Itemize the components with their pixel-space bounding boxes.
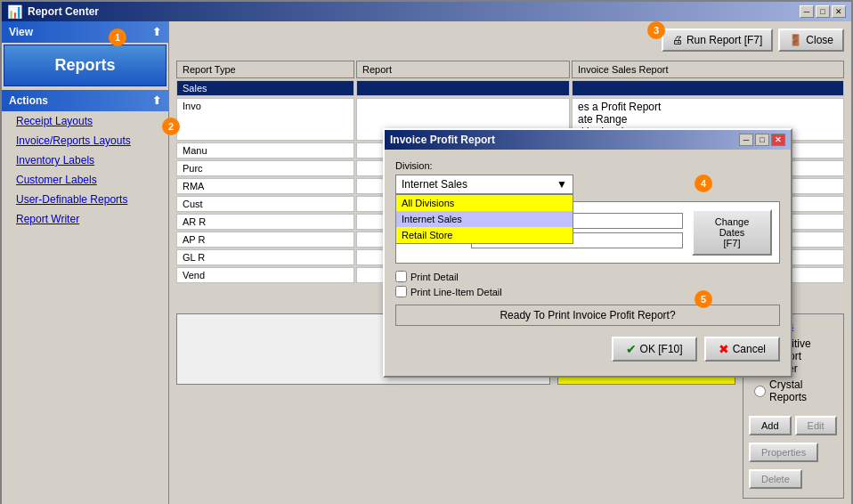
header-description: Invoice Sales Report — [572, 61, 844, 78]
sidebar-user-definable-reports[interactable]: User-Definable Reports — [2, 190, 168, 209]
status-text: Ready To Print Invoice Profit Report? — [500, 309, 675, 321]
crystal-reports-label: Crystal Reports — [769, 378, 833, 403]
header-report-type: Report Type — [176, 61, 354, 78]
close-button[interactable]: 🚪 Close — [778, 28, 844, 52]
sidebar-inventory-labels[interactable]: Inventory Labels — [2, 150, 168, 170]
dropdown-option-all-divisions[interactable]: All Divisions — [396, 195, 573, 211]
modal-close-button[interactable]: ✕ — [771, 134, 785, 146]
cancel-label: Cancel — [733, 343, 766, 355]
close-icon: 🚪 — [789, 34, 802, 46]
print-line-item-checkbox[interactable] — [395, 286, 407, 297]
ok-button[interactable]: ✔ OK [F10] — [612, 337, 697, 362]
app-icon: 📊 — [7, 4, 22, 19]
modal-minimize-button[interactable]: ─ — [739, 134, 753, 146]
sidebar-report-writer[interactable]: Report Writer — [2, 209, 168, 229]
actions-section-header: Actions ⬆ — [2, 90, 168, 111]
actions-section-label: Actions — [9, 94, 48, 107]
cell-type: AR R — [176, 214, 354, 230]
dropdown-option-internet-sales[interactable]: Internet Sales — [396, 211, 573, 227]
modal-body: Division: 4 Internet Sales ▼ All Divisio… — [385, 150, 791, 376]
run-report-button[interactable]: 🖨 Run Report [F7] — [662, 28, 773, 52]
print-detail-checkbox[interactable] — [395, 271, 407, 282]
content-area: 1 View ⬆ Reports Actions ⬆ Receipt Layou… — [2, 21, 851, 504]
sidebar-invoice-reports-layouts[interactable]: Invoice/Reports Layouts — [2, 131, 168, 150]
title-bar: 📊 Report Center ─ □ ✕ — [2, 2, 851, 21]
cell-type: RMA — [176, 178, 354, 194]
view-section-label: View — [9, 26, 33, 38]
modal-title-bar: Invoice Profit Report ─ □ ✕ — [385, 130, 791, 150]
print-line-item-label: Print Line-Item Detail — [410, 287, 502, 297]
division-selected-value: Internet Sales — [402, 178, 467, 191]
cancel-icon: ✖ — [719, 342, 729, 356]
main-content: 3 🖨 Run Report [F7] 🚪 Close 2 Report Typ… — [169, 21, 851, 504]
sidebar-customer-labels[interactable]: Customer Labels — [2, 170, 168, 190]
modal-footer: ✔ OK [F10] ✖ Cancel — [395, 333, 780, 365]
modal-maximize-button[interactable]: □ — [755, 134, 769, 146]
cell-type: Invo — [176, 98, 354, 141]
header-report: Report — [356, 61, 570, 78]
checkbox-section: Print Detail Print Line-Item Detail — [395, 271, 780, 297]
print-line-item-row: Print Line-Item Detail — [395, 286, 780, 297]
cell-report — [356, 80, 570, 96]
delete-button[interactable]: Delete — [749, 469, 802, 489]
cell-type: Manu — [176, 142, 354, 159]
step-5-circle: 5 — [695, 290, 712, 308]
window-title: Report Center — [28, 5, 99, 18]
report-table-header: Report Type Report Invoice Sales Report — [176, 61, 844, 78]
ok-label: OK [F10] — [640, 343, 683, 355]
table-row[interactable]: Sales — [176, 80, 844, 96]
step-3-circle: 3 — [647, 21, 665, 39]
cell-type: Vend — [176, 267, 354, 283]
properties-button[interactable]: Properties — [749, 443, 818, 462]
cell-type: Cust — [176, 196, 354, 212]
cancel-button[interactable]: ✖ Cancel — [704, 337, 780, 362]
window-close-button[interactable]: ✕ — [832, 5, 846, 18]
dropdown-arrow-icon: ▼ — [556, 178, 567, 191]
division-dropdown[interactable]: Internet Sales ▼ — [395, 175, 573, 194]
step-1-circle: 1 — [109, 28, 126, 46]
print-detail-label: Print Detail — [410, 272, 459, 282]
edit-button[interactable]: Edit — [795, 416, 837, 435]
run-report-icon: 🖨 — [672, 34, 683, 46]
division-label: Division: — [395, 160, 780, 171]
cell-type: Purc — [176, 160, 354, 176]
modal-title: Invoice Profit Report — [390, 134, 495, 146]
radio-row-crystal: Crystal Reports — [754, 378, 833, 403]
change-dates-button[interactable]: Change Dates[F7] — [692, 209, 772, 256]
invoice-profit-report-dialog: Invoice Profit Report ─ □ ✕ Division: 4 … — [383, 128, 792, 378]
add-button[interactable]: Add — [749, 416, 792, 435]
view-section-icon: ⬆ — [152, 26, 161, 38]
minimize-button[interactable]: ─ — [800, 5, 814, 18]
actions-section-icon: ⬆ — [152, 94, 161, 107]
modal-controls: ─ □ ✕ — [739, 134, 785, 146]
sidebar-view-section: View ⬆ Reports — [2, 21, 168, 88]
run-report-label: Run Report [F7] — [686, 34, 762, 46]
maximize-button[interactable]: □ — [816, 5, 830, 18]
cell-desc — [572, 80, 844, 96]
crystal-reports-radio[interactable] — [754, 386, 766, 397]
cell-type: GL R — [176, 249, 354, 265]
division-dropdown-list: All Divisions Internet Sales Retail Stor… — [395, 194, 573, 244]
sidebar-item-reports[interactable]: Reports — [4, 45, 167, 86]
status-bar: Ready To Print Invoice Profit Report? — [395, 305, 780, 326]
view-section-header: View ⬆ — [2, 21, 168, 43]
step-2-circle: 2 — [162, 118, 180, 135]
dropdown-option-retail-store[interactable]: Retail Store — [396, 227, 573, 243]
main-window: 📊 Report Center ─ □ ✕ 1 View ⬆ Reports — [0, 0, 853, 504]
sidebar-actions-section: Actions ⬆ Receipt Layouts Invoice/Report… — [2, 90, 168, 229]
print-detail-row: Print Detail — [395, 271, 780, 282]
sidebar: 1 View ⬆ Reports Actions ⬆ Receipt Layou… — [2, 21, 169, 504]
sidebar-receipt-layouts[interactable]: Receipt Layouts — [2, 111, 168, 131]
ok-icon: ✔ — [626, 342, 637, 356]
window-controls: ─ □ ✕ — [800, 5, 846, 18]
close-label: Close — [806, 34, 833, 46]
division-dropdown-container: Internet Sales ▼ All Divisions Internet … — [395, 175, 780, 194]
cell-type: Sales — [176, 80, 354, 96]
toolbar: 3 🖨 Run Report [F7] 🚪 Close — [662, 28, 844, 52]
title-bar-left: 📊 Report Center — [7, 4, 99, 19]
cell-type: AP R — [176, 232, 354, 248]
